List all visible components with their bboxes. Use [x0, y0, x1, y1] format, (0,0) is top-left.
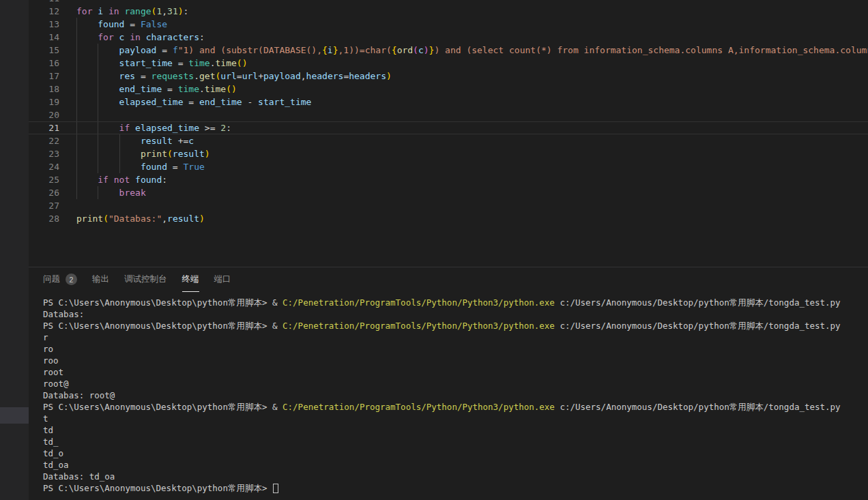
code-token: url — [242, 71, 258, 81]
code-token: ( — [103, 214, 108, 224]
code-token: : — [199, 32, 205, 42]
indent-guide — [76, 83, 98, 95]
code-token: True — [184, 162, 205, 172]
code-token: - — [242, 97, 258, 107]
code-line-content — [59, 0, 868, 5]
bottom-panel: 问题2输出调试控制台终端端口 PS C:\Users\Anonymous\Des… — [29, 267, 868, 500]
indent-guide — [98, 57, 119, 70]
code-token: time — [216, 58, 237, 68]
terminal-line: t — [43, 413, 868, 424]
indent-guide — [119, 134, 141, 147]
terminal-text: PS C:\Users\Anonymous\Desktop\python常用脚本… — [43, 402, 283, 412]
code-token: ord — [397, 45, 413, 55]
line-number: 15 — [29, 44, 59, 57]
code-token: . — [199, 84, 205, 94]
code-token: time — [205, 84, 226, 94]
indent-guide — [98, 44, 119, 57]
line-number: 28 — [29, 212, 59, 225]
code-token: "Databas:" — [108, 214, 162, 224]
line-number: 26 — [29, 186, 59, 199]
terminal-text: c:/Users/Anonymous/Desktop/python常用脚本/to… — [555, 297, 841, 308]
indent-guide — [76, 173, 98, 186]
indent-guide — [76, 134, 98, 147]
line-number: 14 — [29, 31, 59, 44]
terminal-text: c:/Users/Anonymous/Desktop/python常用脚本/to… — [555, 402, 841, 412]
panel-tab-problems[interactable]: 问题2 — [43, 267, 77, 292]
terminal-text: roo — [43, 355, 59, 366]
code-line-content: start_time = time.time() — [59, 57, 868, 70]
terminal-line: PS C:\Users\Anonymous\Desktop\python常用脚本… — [43, 482, 868, 494]
indent-guide — [98, 134, 119, 147]
terminal-text: td — [43, 425, 53, 435]
code-token: start_time — [119, 58, 173, 68]
sidebar-strip-highlight[interactable] — [0, 407, 29, 424]
code-editor[interactable]: 1112for i in range(1,31):13found = False… — [29, 0, 868, 267]
code-token: if — [98, 175, 108, 185]
code-token: () — [237, 58, 248, 68]
line-number: 27 — [29, 199, 59, 212]
line-number: 12 — [29, 5, 59, 18]
indent-guide — [98, 95, 119, 108]
code-token: end_time — [199, 97, 242, 107]
line-number: 19 — [29, 95, 59, 108]
code-token — [103, 6, 108, 16]
terminal-line: ro — [43, 343, 868, 355]
panel-tab-ports[interactable]: 端口 — [214, 267, 231, 292]
terminal-line: PS C:\Users\Anonymous\Desktop\python常用脚本… — [43, 401, 868, 413]
terminal-text: Databas: root@ — [43, 390, 115, 400]
terminal-output[interactable]: PS C:\Users\Anonymous\Desktop\python常用脚本… — [29, 292, 868, 494]
code-token: () — [226, 84, 237, 94]
code-token: False — [141, 19, 167, 29]
code-line-content: print("Databas:",result) — [59, 212, 868, 225]
code-token: ) — [178, 6, 184, 16]
code-token: , — [162, 6, 167, 16]
terminal-text: t — [43, 413, 48, 424]
indent-guide — [76, 108, 98, 121]
panel-tab-output[interactable]: 输出 — [92, 267, 109, 292]
code-token: ) — [386, 71, 392, 81]
terminal-text: C:/Penetration/ProgramTools/Python/Pytho… — [283, 297, 555, 308]
code-token — [141, 32, 146, 42]
terminal-text: root@ — [43, 379, 69, 389]
code-token: in — [130, 32, 141, 42]
line-number: 20 — [29, 108, 59, 121]
code-line: 16start_time = time.time() — [29, 57, 868, 70]
code-token: ) and (select count(*) from information_… — [434, 45, 868, 55]
code-line-content: found = True — [59, 160, 868, 173]
panel-tab-debug-console[interactable]: 调试控制台 — [124, 267, 167, 292]
problems-count-badge: 2 — [66, 274, 77, 285]
code-token: ) — [424, 45, 429, 55]
indent-guide — [98, 186, 119, 199]
code-line-content: if elapsed_time >= 2: — [59, 122, 868, 134]
code-token: elapsed_time — [119, 97, 184, 107]
code-token: result — [167, 214, 199, 224]
terminal-text: C:/Penetration/ProgramTools/Python/Pytho… — [283, 402, 555, 412]
code-token: in — [108, 6, 119, 16]
code-token: c — [418, 45, 424, 55]
code-token: c — [188, 136, 194, 146]
code-token: break — [119, 188, 146, 198]
line-number: 25 — [29, 173, 59, 186]
code-token: not — [114, 175, 130, 185]
code-token: found — [141, 162, 167, 172]
line-number: 24 — [29, 160, 59, 173]
code-line: 12for i in range(1,31): — [29, 5, 868, 18]
code-token: payload — [119, 45, 157, 55]
code-token: result — [141, 136, 173, 146]
code-token: requests — [151, 71, 194, 81]
panel-tab-terminal[interactable]: 终端 — [182, 267, 199, 292]
code-token: time — [178, 84, 199, 94]
code-token: res — [119, 71, 135, 81]
code-token: time — [188, 58, 209, 68]
code-line-content: for i in range(1,31): — [59, 5, 868, 18]
code-line-content: break — [59, 186, 868, 199]
code-token: = — [162, 84, 177, 94]
code-token: start_time — [258, 97, 311, 107]
code-token: = — [237, 71, 242, 81]
code-token: ,1))=char( — [338, 45, 392, 55]
code-token: print — [76, 214, 103, 224]
line-number: 23 — [29, 147, 59, 160]
indent-guide — [76, 122, 98, 134]
code-token: { — [392, 45, 397, 55]
code-token — [130, 123, 135, 133]
